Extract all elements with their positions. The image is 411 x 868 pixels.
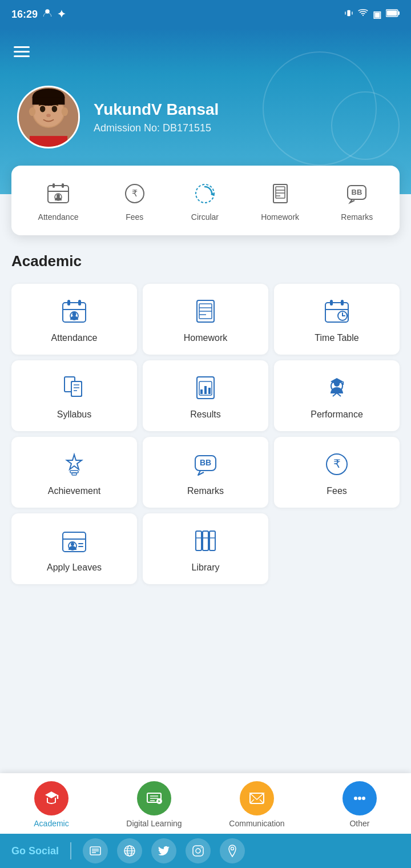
grid-attendance-icon [58, 295, 90, 327]
academic-grid: Attendance Homework [11, 284, 400, 584]
go-social-label: Go Social [11, 845, 59, 857]
svg-point-11 [40, 106, 45, 112]
profile-admission: Admission No: DB171515 [94, 122, 219, 134]
svg-text:BB: BB [200, 458, 211, 467]
svg-rect-81 [196, 531, 202, 550]
grid-item-applyleaves[interactable]: Apply Leaves [11, 513, 137, 584]
svg-marker-95 [250, 793, 264, 799]
svg-point-100 [362, 797, 365, 800]
svg-rect-48 [330, 300, 333, 306]
quick-action-attendance[interactable]: Attendance [38, 179, 79, 222]
grid-performance-label: Performance [311, 409, 363, 420]
svg-rect-1 [347, 10, 350, 17]
grid-attendance-label: Attendance [51, 333, 98, 343]
quick-action-fees[interactable]: ₹ Fees [120, 179, 149, 222]
bluetooth-icon: ✦ [57, 8, 66, 21]
social-twitter-icon[interactable] [151, 838, 176, 863]
grid-results-label: Results [190, 409, 220, 420]
svg-rect-70 [72, 473, 76, 475]
quick-action-remarks[interactable]: BB Remarks [341, 179, 373, 222]
hamburger-menu[interactable] [14, 46, 30, 57]
svg-rect-6 [398, 11, 400, 15]
vibrate-icon [344, 9, 353, 20]
grid-item-results[interactable]: Results [143, 360, 268, 431]
svg-rect-49 [341, 300, 344, 306]
svg-point-14 [29, 107, 35, 116]
grid-applyleaves-icon [58, 525, 90, 557]
grid-timetable-label: Time Table [315, 333, 358, 343]
grid-applyleaves-label: Apply Leaves [47, 562, 102, 573]
go-social-divider [70, 842, 71, 859]
social-web-icon[interactable] [117, 838, 142, 863]
svg-rect-64 [208, 388, 211, 394]
social-icons [83, 838, 245, 863]
notification-icon [42, 8, 53, 21]
svg-rect-17 [33, 97, 65, 105]
grid-item-performance[interactable]: Performance [274, 360, 400, 431]
grid-item-remarks[interactable]: BB Remarks [143, 437, 268, 508]
grid-library-label: Library [192, 562, 220, 573]
tab-other-icon [342, 781, 377, 815]
svg-rect-83 [209, 531, 215, 550]
tab-academic[interactable]: Academic [0, 781, 103, 828]
academic-section: Academic Attendance [0, 235, 411, 601]
svg-rect-18 [30, 136, 67, 147]
tab-academic-icon [34, 781, 68, 815]
tab-communication-icon [240, 781, 274, 815]
svg-point-98 [354, 797, 357, 800]
svg-point-111 [196, 849, 200, 853]
tab-academic-label: Academic [34, 819, 68, 828]
svg-rect-110 [193, 846, 203, 856]
status-bar: 16:29 ✦ ▣ [0, 0, 411, 29]
social-maps-icon[interactable] [220, 838, 245, 863]
quick-action-homework[interactable]: Homework [261, 179, 299, 222]
svg-rect-7 [387, 11, 397, 16]
svg-point-113 [231, 847, 234, 850]
grid-remarks-label: Remarks [187, 486, 224, 496]
tab-other[interactable]: Other [308, 781, 411, 828]
grid-item-library[interactable]: Library [143, 513, 268, 584]
svg-rect-3 [352, 11, 352, 14]
svg-rect-37 [67, 300, 70, 306]
profile-name: YukundV Bansal [94, 101, 219, 119]
svg-marker-87 [45, 791, 58, 798]
svg-point-112 [201, 847, 202, 849]
social-blog-icon[interactable] [83, 838, 108, 863]
battery-icon [386, 9, 400, 19]
profile-info: YukundV Bansal Admission No: DB171515 [94, 101, 219, 134]
circular-icon [191, 179, 219, 208]
grid-achievement-icon [58, 448, 90, 480]
tab-digital-learning[interactable]: Digital Learning [103, 781, 206, 828]
svg-point-78 [71, 542, 74, 546]
grid-item-syllabus[interactable]: Syllabus [11, 360, 137, 431]
tab-communication[interactable]: Communication [206, 781, 308, 828]
social-instagram-icon[interactable] [186, 838, 211, 863]
homework-icon [266, 179, 295, 208]
grid-empty [274, 513, 400, 584]
svg-point-15 [62, 107, 68, 116]
grid-item-achievement[interactable]: Achievement [11, 437, 137, 508]
qa-attendance-label: Attendance [38, 212, 79, 222]
qa-homework-label: Homework [261, 212, 299, 222]
grid-remarks-icon: BB [190, 448, 221, 480]
fees-icon: ₹ [120, 179, 149, 208]
bottom-tab-bar: Academic Digital Learning Communication [0, 773, 411, 834]
qa-circular-label: Circular [191, 212, 219, 222]
svg-text:₹: ₹ [132, 188, 138, 198]
svg-point-12 [52, 106, 57, 112]
grid-performance-icon [321, 372, 353, 404]
go-social-bar: Go Social [0, 834, 411, 868]
grid-item-attendance[interactable]: Attendance [11, 284, 137, 355]
qa-remarks-label: Remarks [341, 212, 373, 222]
svg-rect-62 [200, 389, 203, 394]
grid-fees-icon: ₹ [321, 448, 353, 480]
grid-item-homework[interactable]: Homework [143, 284, 268, 355]
grid-item-fees[interactable]: ₹ Fees [274, 437, 400, 508]
grid-item-timetable[interactable]: Time Table [274, 284, 400, 355]
quick-action-circular[interactable]: Circular [191, 179, 219, 222]
attendance-icon [44, 179, 72, 208]
grid-results-icon [190, 372, 221, 404]
svg-line-97 [260, 799, 264, 803]
svg-point-41 [72, 312, 76, 316]
svg-marker-67 [331, 378, 343, 385]
